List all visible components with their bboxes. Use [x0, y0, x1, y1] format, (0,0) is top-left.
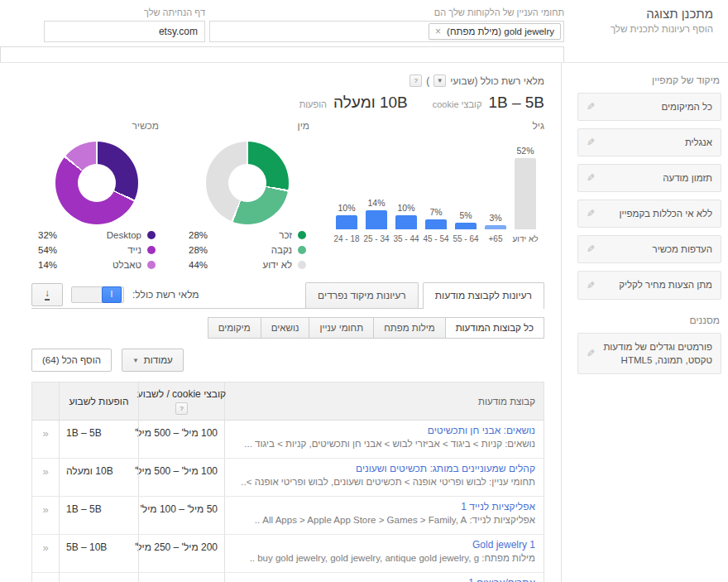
help-icon[interactable]: ?	[410, 75, 422, 87]
age-chart-title: גיל	[336, 120, 544, 133]
sidebar-item-ad-scheduling[interactable]: תזמון מודעה ✎	[577, 164, 721, 192]
age-bar	[455, 223, 477, 229]
age-bar-col: 7%	[425, 207, 447, 229]
keyword-chip[interactable]: gold jewelry (מילת מפתח) ×	[429, 23, 561, 40]
add-row-button[interactable]: «	[32, 421, 60, 458]
period-dropdown[interactable]: ▼	[433, 75, 446, 87]
landing-page-input[interactable]: etsy.com	[44, 21, 205, 42]
tab-individual-targeting-ideas[interactable]: רעיונות מיקוד נפרדים	[305, 282, 419, 308]
sidebar-item-locations[interactable]: כל המיקומים ✎	[577, 93, 721, 121]
row-cookies-value: 200 מיל' – 250 מיל'	[139, 535, 225, 572]
age-bar-col: 10%	[336, 203, 357, 229]
col-header-ad-group: קבוצת מודעות	[225, 382, 544, 420]
impressions-label: הופעות	[299, 99, 327, 109]
main-panel: מלאי רשת כולל (שבועי ▼ ) ? 1B – 5B קובצי…	[0, 63, 561, 582]
row-title-link[interactable]: קהלים שמעוניינים במותג: תכשיטים ושעונים	[233, 463, 535, 474]
row-subtitle: אפליקציות לנייד: All Apps > Apple App St…	[233, 515, 535, 525]
sidebar-item-cpc-bidding[interactable]: מתן הצעות מחיר לקליק ✎	[577, 271, 721, 299]
sidebar-item-exclusions[interactable]: ללא אי הכללות בקמפיין ✎	[577, 200, 721, 228]
ideas-tabstrip: רעיונות לקבוצת מודעות רעיונות מיקוד נפרד…	[31, 281, 544, 309]
keyword-chip-label: gold jewelry (מילת מפתח)	[447, 26, 554, 36]
add-row-button[interactable]: «	[32, 497, 60, 534]
age-bar-col: 14%	[366, 198, 387, 229]
row-title-link[interactable]: אתרים/ערוצים 1	[233, 577, 535, 582]
row-title-link[interactable]: Gold jewelry 1	[233, 539, 535, 551]
row-title-link[interactable]: אפליקציות לנייד 1	[233, 501, 535, 512]
row-cookies-value: 100 מיל' – 500 מיל'	[139, 459, 225, 496]
columns-button[interactable]: עמודות ▼	[122, 349, 184, 372]
table-header-row: קבוצת מודעות קובצי cookie / לשבוע ? הופע…	[32, 382, 544, 421]
pencil-icon[interactable]: ✎	[587, 280, 595, 291]
tab-ad-group-ideas[interactable]: רעיונות לקבוצת מודעות	[423, 282, 544, 309]
help-icon[interactable]: ?	[175, 402, 188, 415]
legend-row: נייד 54%	[38, 244, 156, 256]
legend-dot	[298, 231, 306, 239]
landing-page-value: etsy.com	[159, 26, 198, 37]
product-category-input[interactable]	[0, 46, 564, 63]
pencil-icon[interactable]: ✎	[587, 208, 595, 219]
row-title-link[interactable]: נושאים: אבני חן ותכשיטים	[233, 425, 535, 436]
audience-charts: גיל 10% 14% 10% 7% 5% 3% 52% 24 - 18 25 …	[31, 120, 544, 271]
subtab-topics[interactable]: נושאים	[261, 317, 310, 339]
campaign-targeting-sidebar: מיקוד של קמפיין כל המיקומים ✎ אנגלית ✎ ת…	[561, 63, 728, 582]
toggle-knob[interactable]: I	[102, 286, 122, 303]
pencil-icon[interactable]: ✎	[587, 243, 595, 255]
row-impressions-value	[60, 573, 139, 582]
inventory-label: מלאי רשת כולל (שבועי	[450, 75, 544, 87]
legend-dot	[298, 246, 306, 254]
col-header-add	[32, 382, 60, 420]
subtab-interests[interactable]: תחומי עניין	[309, 317, 374, 339]
gender-donut	[206, 142, 289, 224]
chip-close-icon[interactable]: ×	[435, 26, 441, 37]
interests-input[interactable]: gold jewelry (מילת מפתח) ×	[209, 21, 564, 42]
cookies-value: 1B – 5B	[488, 94, 544, 112]
inventory-toggle-label: מלאי רשת כולל:	[132, 289, 199, 301]
targeting-heading: מיקוד של קמפיין	[577, 75, 720, 86]
age-bar	[485, 225, 506, 229]
table-row: קהלים שמעוניינים במותג: תכשיטים ושעונים …	[32, 459, 544, 497]
age-bar-col: 10%	[395, 203, 417, 229]
row-subtitle: מילות מפתח: buy gold jewelry, gold jewel…	[233, 553, 535, 563]
legend-dot	[147, 261, 156, 269]
main-tabs: רעיונות לקבוצת מודעות רעיונות מיקוד נפרד…	[305, 282, 544, 308]
col-header-impressions: הופעות לשבוע	[60, 382, 139, 420]
device-donut	[55, 142, 138, 224]
table-row: אפליקציות לנייד 1 אפליקציות לנייד: All A…	[32, 497, 544, 535]
age-bar	[515, 158, 536, 229]
add-all-button[interactable]: הוסף הכל (64)	[31, 349, 112, 372]
cookies-label: קובצי cookie	[433, 99, 482, 109]
add-row-button[interactable]: «	[32, 573, 60, 582]
legend-dot	[147, 246, 156, 254]
pencil-icon[interactable]: ✎	[587, 137, 595, 148]
add-row-button[interactable]: «	[32, 535, 60, 572]
age-chart: גיל 10% 14% 10% 7% 5% 3% 52% 24 - 18 25 …	[336, 120, 544, 271]
legend-row: טאבלט 14%	[38, 259, 156, 271]
col-header-cookies: קובצי cookie / לשבוע ?	[139, 382, 225, 420]
impressions-value: 10B ומעלה	[333, 94, 408, 112]
chevron-down-icon: ▼	[437, 77, 443, 84]
subtab-keywords[interactable]: מילות מפתח	[373, 317, 446, 339]
pencil-icon[interactable]: ✎	[587, 348, 595, 359]
pencil-icon[interactable]: ✎	[587, 172, 595, 184]
device-legend: Desktop 32% נייד 54% טאבלט 14%	[35, 229, 159, 271]
landing-field-label: דף הנחיתה שלך	[144, 7, 205, 17]
table-row: נושאים: אבני חן ותכשיטים נושאים: קניות >…	[32, 421, 544, 459]
idea-type-subtabs: כל קבוצות המודעות מילות מפתח תחומי עניין…	[31, 317, 544, 339]
age-bar	[366, 210, 387, 229]
inventory-tools: מלאי רשת כולל: I ↓	[31, 283, 199, 306]
inventory-toggle[interactable]: I	[71, 286, 124, 303]
sidebar-item-device-preferences[interactable]: העדפות מכשיר ✎	[577, 235, 721, 263]
row-cookies-value	[139, 573, 225, 582]
pencil-icon[interactable]: ✎	[587, 101, 595, 113]
row-subtitle: נושאים: קניות > ביגוד > אביזרי לבוש > אב…	[233, 439, 535, 449]
impressions-summary: 10B ומעלה הופעות	[299, 94, 408, 112]
sidebar-item-language[interactable]: אנגלית ✎	[577, 128, 721, 156]
row-impressions-value: 1B – 5B	[60, 421, 139, 458]
add-row-button[interactable]: «	[32, 459, 60, 496]
sidebar-item-ad-formats[interactable]: פורמטים וגדלים של מודעות טקסט, תמונה, HT…	[577, 333, 721, 374]
cookies-summary: 1B – 5B קובצי cookie	[433, 94, 544, 112]
subtab-placements[interactable]: מיקומים	[208, 317, 261, 339]
download-button[interactable]: ↓	[31, 283, 63, 306]
interests-field-label: תחומי העניין של הלקוחות שלך הם	[434, 7, 564, 17]
subtab-all-ad-groups[interactable]: כל קבוצות המודעות	[445, 317, 544, 339]
